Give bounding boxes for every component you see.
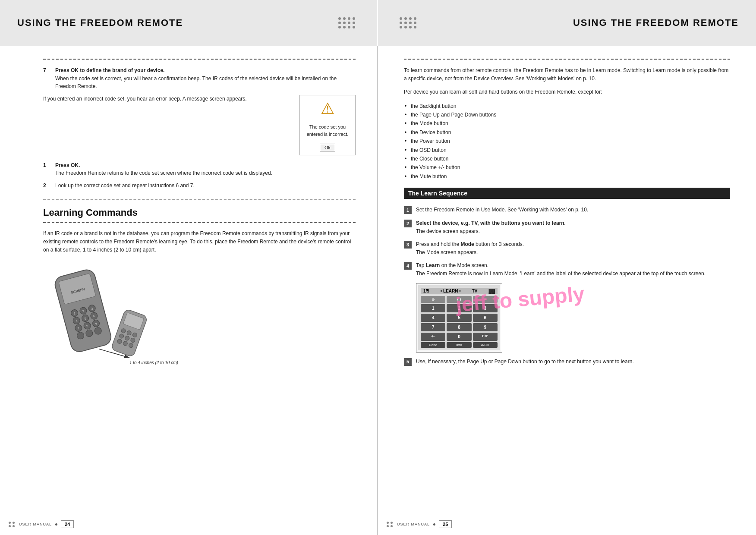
learning-dashed-line [43, 222, 356, 223]
right-step-2: 2 Select the device, e.g. TV, with the b… [404, 219, 730, 235]
bullet-item: the Page Up and Page Down buttons [404, 110, 730, 119]
error-box-area: If you entered an incorrect code set, yo… [43, 95, 356, 155]
device-screen-inner: 1/5 • LEARN • TV ▓▓ ⊕ ⏻ ≡ 1 2 3 4 5 [418, 285, 500, 350]
footer-separator [55, 523, 57, 526]
step-7-number: 7 [43, 66, 52, 91]
error-message: The code set you entered is incorrect. [303, 121, 352, 140]
footer-manual-label-left: USER MANUAL [19, 522, 52, 526]
screen-num-5: 5 [447, 314, 471, 322]
step-2-number: 2 [43, 182, 52, 190]
device-screen: 1/5 • LEARN • TV ▓▓ ⊕ ⏻ ≡ 1 2 3 4 5 [416, 283, 502, 352]
learning-commands-title: Learning Commands [43, 207, 356, 218]
page-number-left: 24 [61, 520, 74, 528]
bullet-item: the OSD button [404, 146, 730, 154]
screen-footer: Done Info A/CH [421, 342, 498, 348]
screen-num-dash: -/-- [421, 333, 445, 341]
footer-dots [9, 522, 15, 527]
step-7-content: Press OK to define the brand of your dev… [55, 66, 356, 91]
step-7: 7 Press OK to define the brand of your d… [43, 66, 356, 91]
svg-text:1 to 4 inches (2 to 10 cm): 1 to 4 inches (2 to 10 cm) [129, 360, 178, 365]
screen-learn-label: • LEARN • [441, 289, 461, 293]
bullet-item: the Mute button [404, 172, 730, 181]
bullet-item: the Volume +/- button [404, 163, 730, 172]
warning-icon: ⚠ [321, 100, 334, 118]
screen-num-6: 6 [473, 314, 498, 322]
learn-section-header: The Learn Sequence [404, 188, 730, 199]
screen-num-3: 3 [473, 304, 498, 312]
header-dots-decoration-left [338, 17, 355, 28]
right-step-5-number: 5 [404, 358, 412, 366]
step-1: 1 Press OK. The Freedom Remote returns t… [43, 161, 356, 177]
screen-button-grid: ⊕ ⏻ ≡ [421, 296, 498, 303]
right-step-1-content: Set the Freedom Remote in Use Mode. See … [416, 206, 730, 214]
screen-num-9: 9 [473, 323, 498, 331]
screen-footer-info: Info [447, 342, 471, 348]
footer-left: USER MANUAL 24 [9, 520, 369, 528]
ok-button[interactable]: Ok [320, 144, 335, 151]
section-divider [43, 199, 356, 200]
page-header: USING THE FREEDOM REMOTE USING THE FREED… [0, 0, 756, 46]
learning-intro: If an IR code or a brand is not in the d… [43, 230, 356, 255]
right-step-3: 3 Press and hold the Mode button for 3 s… [404, 240, 730, 256]
screen-btn-menu: ≡ [473, 296, 498, 303]
main-content: 7 Press OK to define the brand of your d… [0, 46, 756, 535]
right-step-1-number: 1 [404, 206, 412, 214]
step-1-number: 1 [43, 161, 52, 177]
step-1-body: The Freedom Remote returns to the code s… [55, 170, 272, 176]
page-left: 7 Press OK to define the brand of your d… [0, 46, 378, 535]
step-1-bold: Press OK. [55, 162, 80, 168]
error-text: If you entered an incorrect code set, yo… [43, 95, 299, 103]
right-step-2-content: Select the device, e.g. TV, with the but… [416, 219, 730, 235]
learn-section-title: The Learn Sequence [408, 190, 467, 197]
right-step-5-content: Use, if necessary, the Page Up or Page D… [416, 358, 730, 366]
page-number-right: 25 [439, 520, 452, 528]
right-step-5: 5 Use, if necessary, the Page Up or Page… [404, 358, 730, 366]
screen-num-7: 7 [421, 323, 445, 331]
right-top-dashed-line [404, 59, 730, 60]
page-right: To learn commands from other remote cont… [378, 46, 756, 535]
screen-num-2: 2 [447, 304, 471, 312]
bullet-item: the Device button [404, 128, 730, 137]
screen-num-row-3: 7 8 9 [421, 323, 498, 331]
footer-dots-right [387, 522, 393, 527]
screen-num-1: 1 [421, 304, 445, 312]
header-title-right: USING THE FREEDOM REMOTE [573, 17, 739, 28]
bullet-list: the Backlight button the Page Up and Pag… [404, 102, 730, 181]
right-step-4-content: Tap Learn on the Mode screen. The Freedo… [416, 261, 730, 277]
header-right: USING THE FREEDOM REMOTE [378, 0, 756, 46]
header-dots-decoration-right [400, 17, 416, 28]
screen-btn-home: ⊕ [421, 296, 445, 303]
bullet-item: the Close button [404, 154, 730, 163]
screen-num-row-2: 4 5 6 [421, 314, 498, 322]
remote-image-area: SCREEN 1 [43, 263, 356, 384]
bullet-item: the Mode button [404, 119, 730, 128]
screen-num-4: 4 [421, 314, 445, 322]
screen-num-row-4: -/-- 0 P<P [421, 333, 498, 341]
step-1-content: Press OK. The Freedom Remote returns to … [55, 161, 356, 177]
right-step-3-number: 3 [404, 241, 412, 249]
right-intro-p1: To learn commands from other remote cont… [404, 66, 730, 83]
screen-top-bar: 1/5 • LEARN • TV ▓▓ [421, 288, 498, 294]
footer-separator-right [433, 523, 435, 526]
screen-num-pcp: P<P [473, 333, 498, 341]
right-step-4-number: 4 [404, 262, 412, 270]
screen-page-label: 1/5 [423, 289, 429, 293]
top-dashed-line [43, 59, 356, 60]
bullet-item: the Backlight button [404, 102, 730, 110]
right-step-2-number: 2 [404, 220, 412, 227]
footer-right: USER MANUAL 25 [387, 520, 747, 528]
step-2-content: Look up the correct code set and repeat … [55, 182, 356, 190]
header-left: USING THE FREEDOM REMOTE [0, 0, 378, 46]
header-title-left: USING THE FREEDOM REMOTE [17, 17, 183, 28]
step-7-body: When the code set is correct, you will h… [55, 76, 337, 90]
footer-manual-label-right: USER MANUAL [397, 522, 430, 526]
screen-battery: ▓▓ [488, 289, 495, 293]
screen-tv-label: TV [472, 289, 478, 293]
step-7-bold: Press OK to define the brand of your dev… [55, 67, 164, 73]
screen-footer-done: Done [421, 342, 445, 348]
screen-num-8: 8 [447, 323, 471, 331]
right-step-1: 1 Set the Freedom Remote in Use Mode. Se… [404, 206, 730, 214]
right-step-3-content: Press and hold the Mode button for 3 sec… [416, 240, 730, 256]
screen-btn-power: ⏻ [447, 296, 471, 303]
bullet-item: the Power button [404, 137, 730, 145]
